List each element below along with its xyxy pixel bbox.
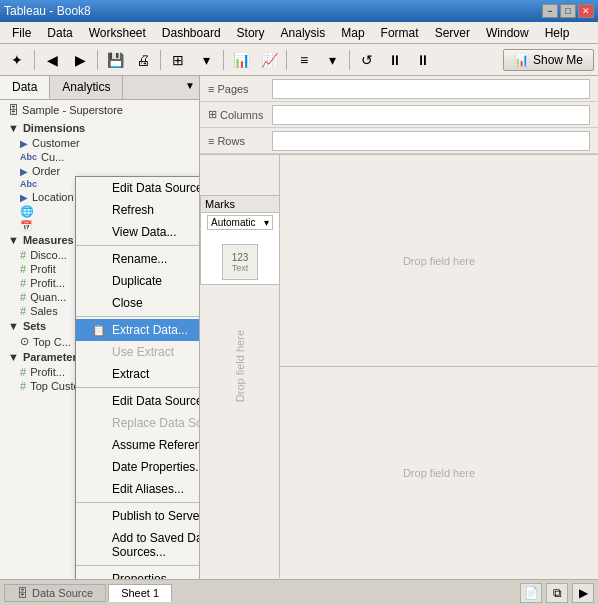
ctx-props-label: Properties... xyxy=(112,572,177,579)
menu-format[interactable]: Format xyxy=(373,24,427,42)
toolbar-bars-button[interactable]: ≡ xyxy=(291,47,317,73)
toolbar-refresh-button[interactable]: ↺ xyxy=(354,47,380,73)
menu-dashboard[interactable]: Dashboard xyxy=(154,24,229,42)
measure-profit-label: Profit xyxy=(30,263,56,275)
dim-customer-group[interactable]: ▶ Customer xyxy=(0,136,199,150)
ctx-close[interactable]: Close xyxy=(76,292,200,314)
panel-dropdown[interactable]: ▼ xyxy=(181,76,199,99)
duplicate-sheet-button[interactable]: ⧉ xyxy=(546,583,568,603)
menu-help[interactable]: Help xyxy=(537,24,578,42)
toolbar-chart2-button[interactable]: 📈 xyxy=(256,47,282,73)
ctx-publish-server[interactable]: Publish to Server... xyxy=(76,505,200,527)
folder-icon: ▶ xyxy=(20,138,28,149)
rows-row: ≡ Rows xyxy=(200,128,598,154)
ctx-refresh[interactable]: Refresh xyxy=(76,199,200,221)
toolbar: ✦ ◀ ▶ 💾 🖨 ⊞ ▾ 📊 📈 ≡ ▾ ↺ ⏸ ⏸ 📊 Show Me xyxy=(0,44,598,76)
dim-cu-item[interactable]: Abc Cu... xyxy=(0,150,199,164)
pages-dropzone[interactable] xyxy=(272,79,590,99)
toolbar-pause-button[interactable]: ⏸ xyxy=(382,47,408,73)
toolbar-layout-dropdown[interactable]: ▾ xyxy=(193,47,219,73)
abc-icon-1: Abc xyxy=(20,152,37,162)
tab-datasource[interactable]: 🗄 Data Source xyxy=(4,584,106,602)
menu-data[interactable]: Data xyxy=(39,24,80,42)
ctx-properties[interactable]: Properties... xyxy=(76,568,200,579)
hash-icon-p1: # xyxy=(20,366,26,378)
ctx-editfilters-label: Edit Data Source Filters... xyxy=(112,394,200,408)
bottom-icons: 📄 ⧉ ▶ xyxy=(520,583,594,603)
panel-tabs: Data Analytics ▼ xyxy=(0,76,199,100)
ctx-edit-datasource[interactable]: Edit Data Source... xyxy=(76,177,200,199)
toolbar-save-button[interactable]: 💾 xyxy=(102,47,128,73)
menu-story[interactable]: Story xyxy=(229,24,273,42)
ctx-extractsub-label: Extract xyxy=(112,367,149,381)
columns-row: ⊞ Columns xyxy=(200,102,598,128)
ctx-extract[interactable]: Extract ▶ xyxy=(76,363,200,385)
rows-dropzone[interactable] xyxy=(272,131,590,151)
rows-label: ≡ Rows xyxy=(208,135,268,147)
minimize-button[interactable]: − xyxy=(542,4,558,18)
toolbar-pause2-button[interactable]: ⏸ xyxy=(410,47,436,73)
ctx-edit-aliases[interactable]: Edit Aliases... ▶ xyxy=(76,478,200,500)
toolbar-home-button[interactable]: ✦ xyxy=(4,47,30,73)
pages-icon: ≡ xyxy=(208,83,214,95)
toolbar-forward-button[interactable]: ▶ xyxy=(67,47,93,73)
folder-icon-2: ▶ xyxy=(20,166,28,177)
maximize-button[interactable]: □ xyxy=(560,4,576,18)
columns-dropzone[interactable] xyxy=(272,105,590,125)
menu-window[interactable]: Window xyxy=(478,24,537,42)
ctx-dateprops-label: Date Properties... xyxy=(112,460,200,474)
ctx-extract-data[interactable]: 📋 Extract Data... xyxy=(76,319,200,341)
show-me-button[interactable]: 📊 Show Me xyxy=(503,49,594,71)
show-me-icon: 📊 xyxy=(514,53,529,67)
menu-worksheet[interactable]: Worksheet xyxy=(81,24,154,42)
toolbar-sep-1 xyxy=(34,50,35,70)
globe-icon: 🌐 xyxy=(20,205,34,218)
drop-bottom-zone[interactable]: Drop field here xyxy=(280,367,598,578)
tab-analytics[interactable]: Analytics xyxy=(50,76,123,99)
duplicate-sheet-icon: ⧉ xyxy=(553,586,562,600)
menu-file[interactable]: File xyxy=(4,24,39,42)
marks-dropdown-icon: ▾ xyxy=(264,217,269,228)
drop-left-text: Drop field here xyxy=(234,330,246,402)
ctx-rename[interactable]: Rename... xyxy=(76,248,200,270)
drop-top-zone[interactable]: Drop field here xyxy=(280,155,598,367)
toolbar-sep-2 xyxy=(97,50,98,70)
hash-icon-p2: # xyxy=(20,380,26,392)
toolbar-print-button[interactable]: 🖨 xyxy=(130,47,156,73)
toolbar-sep-5 xyxy=(286,50,287,70)
toolbar-layout-button[interactable]: ⊞ xyxy=(165,47,191,73)
marks-card: Marks Automatic ▾ 123 Text xyxy=(200,195,280,285)
toolbar-sep-4 xyxy=(223,50,224,70)
hash-icon-2: # xyxy=(20,263,26,275)
drop-bottom-label: Drop field here xyxy=(403,467,475,479)
ctx-sep-5 xyxy=(76,565,200,566)
ctx-extract-icon: 📋 xyxy=(92,324,106,337)
present-button[interactable]: ▶ xyxy=(572,583,594,603)
ctx-edit-filters[interactable]: Edit Data Source Filters... xyxy=(76,390,200,412)
menu-bar: File Data Worksheet Dashboard Story Anal… xyxy=(0,22,598,44)
ctx-useextract-label: Use Extract xyxy=(112,345,174,359)
toolbar-back-button[interactable]: ◀ xyxy=(39,47,65,73)
text-mark-numbers: 123 xyxy=(232,252,249,263)
marks-type-selector[interactable]: Automatic ▾ xyxy=(207,215,273,230)
menu-analysis[interactable]: Analysis xyxy=(273,24,334,42)
toolbar-chart-button[interactable]: 📊 xyxy=(228,47,254,73)
ctx-publish-label: Publish to Server... xyxy=(112,509,200,523)
context-menu: Edit Data Source... Refresh View Data...… xyxy=(75,176,200,579)
tab-sheet1[interactable]: Sheet 1 xyxy=(108,584,172,602)
ctx-add-saved[interactable]: Add to Saved Data Sources... xyxy=(76,527,200,563)
close-button[interactable]: ✕ xyxy=(578,4,594,18)
ctx-view-data[interactable]: View Data... xyxy=(76,221,200,243)
toolbar-bars-dropdown[interactable]: ▾ xyxy=(319,47,345,73)
columns-label: ⊞ Columns xyxy=(208,108,268,121)
abc-icon-2: Abc xyxy=(20,179,37,189)
ctx-date-properties[interactable]: Date Properties... xyxy=(76,456,200,478)
tab-data[interactable]: Data xyxy=(0,76,50,99)
new-sheet-button[interactable]: 📄 xyxy=(520,583,542,603)
ctx-referential-integrity[interactable]: Assume Referential Integrity xyxy=(76,434,200,456)
menu-server[interactable]: Server xyxy=(427,24,478,42)
ctx-duplicate[interactable]: Duplicate xyxy=(76,270,200,292)
menu-map[interactable]: Map xyxy=(333,24,372,42)
show-me-label: Show Me xyxy=(533,53,583,67)
parameters-arrow: ▼ xyxy=(8,351,19,363)
